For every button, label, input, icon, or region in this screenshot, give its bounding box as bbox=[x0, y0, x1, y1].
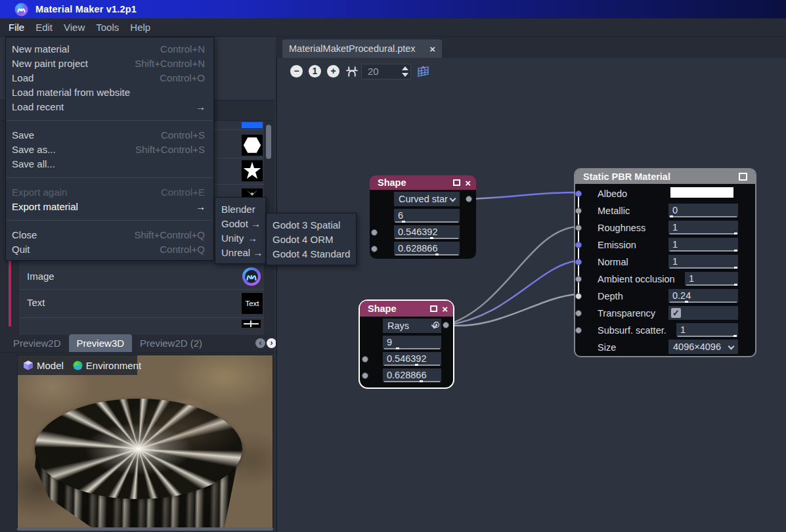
submenu-arrow-icon: → bbox=[253, 247, 262, 258]
shape1-input-port[interactable] bbox=[371, 246, 378, 252]
menu-item-close[interactable]: CloseShift+Control+Q bbox=[6, 227, 213, 242]
godot-submenu: Godot 3 Spatial Godot 4 ORM Godot 4 Stan… bbox=[266, 213, 357, 265]
ambient-occlusion-field[interactable]: 1 bbox=[685, 272, 738, 286]
submenu-arrow-icon: → bbox=[196, 101, 205, 112]
slider-tick[interactable] bbox=[415, 364, 418, 366]
menu-item-save[interactable]: SaveControl+S bbox=[6, 127, 213, 142]
size-value: 4096×4096 bbox=[673, 342, 721, 352]
menu-item-new-material[interactable]: New materialControl+N bbox=[6, 41, 213, 56]
pbr-label-depth: Depth bbox=[598, 291, 623, 301]
subsurf-scatter-field[interactable]: 1 bbox=[676, 323, 738, 337]
shape2-sides-field[interactable]: 9 bbox=[383, 336, 441, 349]
slider-tick[interactable] bbox=[670, 215, 673, 217]
pbr-label-roughness: Roughness bbox=[598, 223, 645, 233]
menu-item-godot3-spatial[interactable]: Godot 3 Spatial bbox=[267, 217, 356, 232]
shape-node-2[interactable]: Shape × Rays 9 0.546392 0.628866 bbox=[360, 301, 453, 388]
shape2-header[interactable]: Shape × bbox=[360, 301, 453, 317]
shape1-input-port[interactable] bbox=[371, 229, 378, 236]
preview-eye-icon[interactable] bbox=[433, 321, 440, 328]
pbr-port-emission[interactable] bbox=[575, 242, 582, 248]
pbr-title: Static PBR Material bbox=[583, 171, 739, 182]
shape2-radius-field[interactable]: 0.546392 bbox=[383, 352, 441, 366]
pbr-port-ambient-occlusion[interactable] bbox=[575, 276, 582, 282]
field-value: 0.628866 bbox=[387, 370, 426, 380]
shape2-edge-field[interactable]: 0.628866 bbox=[383, 368, 441, 382]
pbr-preview-button[interactable] bbox=[739, 173, 747, 181]
shape1-preview-button[interactable] bbox=[453, 179, 460, 186]
pbr-port-transparency[interactable] bbox=[575, 310, 582, 317]
wire-shape1-albedo bbox=[469, 192, 577, 199]
shape1-close-icon[interactable]: × bbox=[465, 178, 471, 188]
slider-tick[interactable] bbox=[402, 221, 405, 223]
field-value: 1 bbox=[689, 273, 694, 284]
metallic-field[interactable]: 0 bbox=[668, 204, 738, 217]
menu-item-load[interactable]: LoadControl+O bbox=[6, 70, 213, 85]
shape2-title: Shape bbox=[368, 303, 430, 314]
shape2-preview-button[interactable] bbox=[430, 305, 437, 312]
pbr-port-depth[interactable] bbox=[575, 293, 582, 299]
slider-tick[interactable] bbox=[734, 250, 737, 252]
menu-item-export-again: Export againControl+E bbox=[6, 185, 213, 199]
pbr-node[interactable]: Static PBR Material Albedo Metallic Roug… bbox=[574, 168, 756, 357]
menu-item-godot[interactable]: Godot→ bbox=[215, 216, 265, 231]
pbr-label-transparency: Transparency bbox=[598, 308, 655, 319]
material-maker-window: Material Maker v1.2p1 File Edit View Too… bbox=[0, 0, 786, 532]
slider-track bbox=[686, 284, 737, 286]
shape-node-1[interactable]: Shape × Curved star 6 0.546392 0.628866 bbox=[370, 175, 476, 259]
slider-track bbox=[670, 233, 737, 234]
shape1-radius-field[interactable]: 0.546392 bbox=[394, 225, 460, 239]
menu-item-godot4-orm[interactable]: Godot 4 ORM bbox=[267, 232, 356, 246]
menu-item-godot4-standard[interactable]: Godot 4 Standard bbox=[267, 246, 356, 261]
pbr-port-normal[interactable] bbox=[575, 259, 582, 265]
shape1-title: Shape bbox=[378, 177, 453, 188]
menu-item-export-material[interactable]: Export material→ bbox=[6, 199, 213, 213]
menu-item-blender[interactable]: Blender bbox=[215, 202, 265, 216]
chevron-down-icon bbox=[728, 344, 735, 350]
shape1-header[interactable]: Shape × bbox=[370, 175, 476, 190]
slider-tick[interactable] bbox=[430, 237, 433, 239]
pbr-port-subsurf-scatter[interactable] bbox=[575, 327, 582, 334]
shape1-output-port[interactable] bbox=[466, 196, 472, 202]
slider-tick[interactable] bbox=[396, 347, 399, 349]
checkmark-icon: ✓ bbox=[672, 308, 680, 318]
slider-tick[interactable] bbox=[733, 335, 737, 337]
slider-tick[interactable] bbox=[435, 254, 439, 255]
albedo-color-swatch[interactable] bbox=[670, 187, 733, 198]
shape1-edge-field[interactable]: 0.628866 bbox=[394, 242, 460, 255]
shape1-sides-field[interactable]: 6 bbox=[394, 209, 460, 223]
menu-item-unreal[interactable]: Unreal→ bbox=[215, 245, 265, 259]
pbr-label-albedo: Albedo bbox=[598, 188, 627, 199]
menu-item-save-all[interactable]: Save all... bbox=[6, 156, 213, 171]
slider-track bbox=[384, 365, 440, 366]
pbr-port-roughness[interactable] bbox=[575, 225, 582, 231]
transparency-checkbox[interactable]: ✓ bbox=[671, 308, 681, 318]
field-value: 1 bbox=[672, 256, 678, 267]
chevron-down-icon bbox=[450, 196, 456, 202]
slider-tick[interactable] bbox=[685, 301, 688, 303]
shape2-input-port[interactable] bbox=[362, 372, 368, 379]
menu-item-load-recent[interactable]: Load recent→ bbox=[6, 99, 213, 114]
shape1-shape-dropdown[interactable]: Curved star bbox=[394, 192, 460, 206]
normal-field[interactable]: 1 bbox=[668, 255, 738, 269]
emission-field[interactable]: 1 bbox=[668, 238, 738, 252]
pbr-label-subsurf-scatter: Subsurf. scatter. bbox=[598, 325, 666, 336]
slider-tick[interactable] bbox=[734, 267, 737, 269]
pbr-port-metallic[interactable] bbox=[575, 208, 582, 214]
shape2-close-icon[interactable]: × bbox=[442, 304, 448, 314]
pbr-port-albedo[interactable] bbox=[575, 190, 582, 197]
depth-field[interactable]: 0.24 bbox=[668, 289, 738, 303]
menu-separator bbox=[7, 120, 213, 121]
pbr-header[interactable]: Static PBR Material bbox=[575, 169, 755, 184]
menu-item-quit[interactable]: QuitControl+Q bbox=[6, 242, 213, 256]
menu-item-unity[interactable]: Unity→ bbox=[215, 231, 265, 245]
slider-tick[interactable] bbox=[734, 284, 737, 286]
menu-item-save-as[interactable]: Save as...Shift+Control+S bbox=[6, 142, 213, 156]
slider-tick[interactable] bbox=[420, 380, 423, 382]
slider-tick[interactable] bbox=[734, 233, 737, 234]
shape2-output-port[interactable] bbox=[443, 322, 449, 328]
roughness-field[interactable]: 1 bbox=[668, 221, 738, 234]
menu-item-new-paint-project[interactable]: New paint projectShift+Control+N bbox=[6, 56, 213, 70]
shape2-input-port[interactable] bbox=[362, 356, 368, 363]
menu-item-load-material-from-website[interactable]: Load material from website bbox=[6, 85, 213, 99]
size-dropdown[interactable]: 4096×4096 bbox=[668, 340, 738, 354]
